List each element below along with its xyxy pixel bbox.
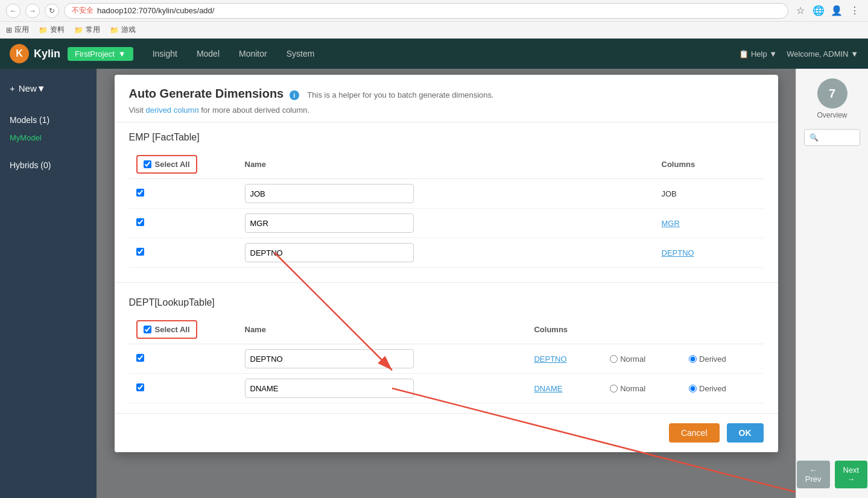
bookmark-data[interactable]: 📁 资料 xyxy=(39,25,65,35)
row-derived-cell: Derived xyxy=(682,344,763,374)
nav-monitor[interactable]: Monitor xyxy=(229,39,277,69)
row-column-cell: DEPTNO xyxy=(654,238,764,268)
info-icon: i xyxy=(290,90,299,100)
new-label: New▼ xyxy=(19,83,46,93)
lookup-table-title: DEPT[LookupTable] xyxy=(129,297,764,308)
row-column-deptno-lookup[interactable]: DEPTNO xyxy=(534,355,566,364)
row-checkbox-job[interactable] xyxy=(136,189,144,197)
derived-radio-deptno[interactable] xyxy=(689,355,697,363)
table-row: DEPTNO Normal Derived xyxy=(129,344,764,374)
refresh-button[interactable]: ↻ xyxy=(45,4,59,18)
right-panel: 7 Overview ← Prev Next → xyxy=(796,69,868,498)
search-input[interactable] xyxy=(804,129,860,146)
cancel-button[interactable]: Cancel xyxy=(669,423,720,443)
row-checkbox-cell xyxy=(129,374,238,403)
modal-subtitle-inline: This is a helper for you to batch genera… xyxy=(307,90,493,99)
derived-radio-label-deptno[interactable]: Derived xyxy=(689,355,756,364)
row-checkbox-cell xyxy=(129,209,238,238)
menu-button[interactable]: ⋮ xyxy=(847,4,862,18)
modal-visit-text: Visit derived column for more about deri… xyxy=(129,106,764,115)
row-checkbox-deptno-lookup[interactable] xyxy=(136,354,144,362)
ok-button[interactable]: OK xyxy=(727,423,764,443)
lookup-derived-header xyxy=(682,315,763,344)
prev-button[interactable]: ← Prev xyxy=(797,461,830,488)
url-bar[interactable]: 不安全 hadoop102:7070/kylin/cubes/add/ xyxy=(64,3,788,19)
page-layout: + New▼ Models (1) MyModel Hybrids (0) Au… xyxy=(0,69,868,498)
sidebar-section-models: + New▼ xyxy=(0,78,97,101)
fact-select-all-header: Select All xyxy=(129,150,238,179)
fact-table: Select All Name Columns xyxy=(129,150,764,268)
row-name-input-job[interactable] xyxy=(245,184,414,203)
row-column-mgr[interactable]: MGR xyxy=(662,219,680,228)
row-column-deptno-fact[interactable]: DEPTNO xyxy=(662,248,694,257)
profile-button[interactable]: 👤 xyxy=(829,4,844,18)
lookup-select-all-checkbox[interactable] xyxy=(144,326,151,333)
sidebar-item-mymodel[interactable]: MyModel xyxy=(0,130,97,146)
nav-model[interactable]: Model xyxy=(187,39,229,69)
app-logo-text: Kylin xyxy=(34,48,60,60)
bookmark-common[interactable]: 📁 常用 xyxy=(74,25,100,35)
section-divider xyxy=(115,282,778,283)
row-checkbox-cell xyxy=(129,238,238,268)
help-menu[interactable]: 📋 Help ▼ xyxy=(739,49,777,58)
fact-select-all[interactable]: Select All xyxy=(136,155,197,174)
row-column-dname[interactable]: DNAME xyxy=(534,384,562,393)
back-button[interactable]: ← xyxy=(6,4,21,18)
fact-select-all-label: Select All xyxy=(155,160,190,169)
row-column-cell: MGR xyxy=(654,209,764,238)
fact-select-all-checkbox[interactable] xyxy=(144,160,151,168)
security-warning: 不安全 xyxy=(72,5,93,16)
lookup-table: Select All Name Columns xyxy=(129,315,764,403)
row-checkbox-mgr[interactable] xyxy=(136,218,144,226)
nav-system[interactable]: System xyxy=(277,39,325,69)
row-name-cell xyxy=(238,179,654,209)
bookmark-games[interactable]: 📁 游戏 xyxy=(110,25,136,35)
translate-button[interactable]: 🌐 xyxy=(811,4,826,18)
table-row: DEPTNO xyxy=(129,238,764,268)
modal-footer: Cancel OK xyxy=(115,413,778,452)
row-name-input-deptno-fact[interactable] xyxy=(245,243,414,262)
hybrids-label: Hybrids (0) xyxy=(0,156,97,175)
forward-button[interactable]: → xyxy=(25,4,40,18)
modal-header: Auto Generate Dimensions i This is a hel… xyxy=(115,75,778,122)
table-row: DNAME Normal Derived xyxy=(129,374,764,403)
nav-monitor-label: Monitor xyxy=(239,49,267,58)
app-nav: K Kylin FirstProject ▼ Insight Model Mon… xyxy=(0,39,868,69)
row-name-input-deptno-lookup[interactable] xyxy=(245,349,414,368)
row-name-input-mgr[interactable] xyxy=(245,213,414,233)
derived-radio-label-dname[interactable]: Derived xyxy=(689,384,756,393)
nav-insight[interactable]: Insight xyxy=(143,39,187,69)
row-checkbox-dname[interactable] xyxy=(136,383,144,391)
row-column-job: JOB xyxy=(662,189,677,198)
next-button[interactable]: Next → xyxy=(835,461,868,488)
lookup-select-all-label: Select All xyxy=(155,325,190,334)
row-column-cell: DNAME xyxy=(527,374,603,403)
modal-body[interactable]: EMP [FactTable] Select All xyxy=(115,122,778,413)
data-label: 资料 xyxy=(50,25,65,35)
chevron-down-icon: ▼ xyxy=(118,49,126,58)
row-name-input-dname[interactable] xyxy=(245,379,414,398)
browser-bar: ← → ↻ 不安全 hadoop102:7070/kylin/cubes/add… xyxy=(0,0,868,22)
fact-name-header: Name xyxy=(238,150,654,179)
app-logo: K Kylin xyxy=(10,44,60,63)
nav-model-label: Model xyxy=(197,49,220,58)
normal-radio-label-deptno[interactable]: Normal xyxy=(610,355,674,364)
row-checkbox-cell xyxy=(129,179,238,209)
project-name: FirstProject xyxy=(75,49,115,58)
normal-radio-dname[interactable] xyxy=(610,385,618,392)
row-checkbox-deptno-fact[interactable] xyxy=(136,248,144,256)
normal-radio-label-dname[interactable]: Normal xyxy=(610,384,674,393)
lookup-select-all[interactable]: Select All xyxy=(136,320,197,339)
project-selector[interactable]: FirstProject ▼ xyxy=(68,47,133,61)
normal-radio-deptno[interactable] xyxy=(610,355,618,363)
lookup-select-all-header: Select All xyxy=(129,315,238,344)
user-label: Welcome, ADMIN xyxy=(787,49,848,58)
user-menu[interactable]: Welcome, ADMIN ▼ xyxy=(787,49,858,58)
bookmark-button[interactable]: ☆ xyxy=(793,4,808,18)
bookmark-apps[interactable]: ⊞ 应用 xyxy=(6,25,29,35)
bookmarks-bar: ⊞ 应用 📁 资料 📁 常用 📁 游戏 xyxy=(0,22,868,39)
table-row: MGR xyxy=(129,209,764,238)
derived-radio-dname[interactable] xyxy=(689,385,697,392)
step-badge: 7 xyxy=(817,78,847,109)
derived-column-link[interactable]: derived column xyxy=(145,106,198,115)
